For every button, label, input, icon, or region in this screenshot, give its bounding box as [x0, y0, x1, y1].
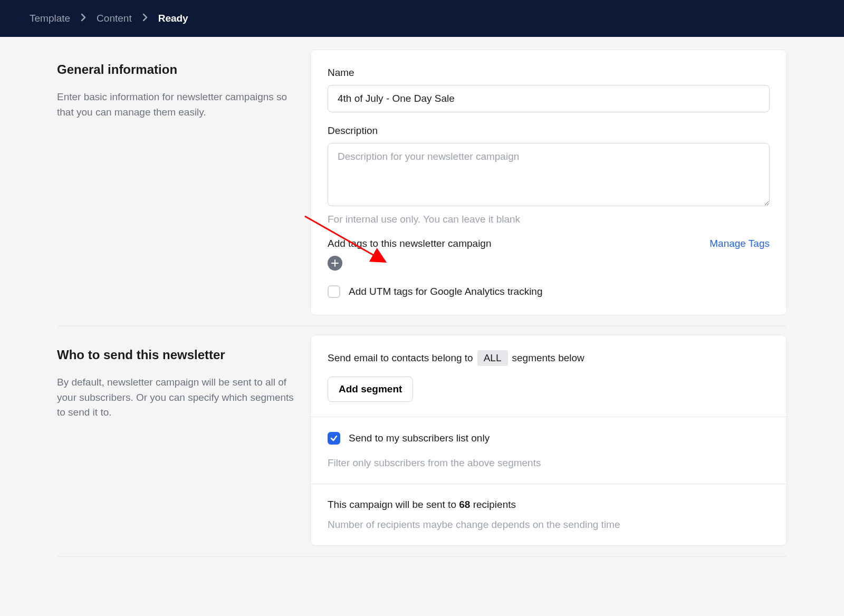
send-prefix-text: Send email to contacts belong to — [328, 352, 473, 364]
check-icon — [330, 435, 338, 442]
description-input[interactable] — [328, 143, 770, 206]
breadcrumb-template[interactable]: Template — [30, 13, 70, 24]
add-segment-button[interactable]: Add segment — [328, 377, 413, 402]
who-send-desc: By default, newsletter campaign will be … — [57, 375, 298, 420]
who-send-section: Who to send this newsletter By default, … — [57, 335, 787, 546]
recipients-text: This campaign will be sent to 68 recipie… — [328, 499, 770, 511]
breadcrumb-content[interactable]: Content — [97, 13, 132, 24]
manage-tags-link[interactable]: Manage Tags — [709, 238, 770, 249]
filter-help: Filter only subscribers from the above s… — [328, 457, 770, 469]
utm-checkbox[interactable] — [328, 285, 340, 298]
segments-match-pill[interactable]: ALL — [477, 350, 508, 366]
recipients-help: Number of recipients maybe change depend… — [328, 519, 770, 531]
utm-label: Add UTM tags for Google Analytics tracki… — [349, 286, 543, 297]
description-help: For internal use only. You can leave it … — [328, 214, 770, 225]
tags-label: Add tags to this newsletter campaign — [328, 238, 492, 249]
subscribers-only-checkbox[interactable] — [328, 432, 340, 445]
description-label: Description — [328, 125, 770, 137]
send-suffix-text: segments below — [512, 352, 584, 364]
general-info-card: Name Description For internal use only. … — [310, 50, 787, 315]
breadcrumb-ready[interactable]: Ready — [158, 13, 188, 24]
chevron-right-icon — [142, 13, 148, 24]
who-send-card: Send email to contacts belong to ALL seg… — [310, 335, 787, 546]
chevron-right-icon — [81, 13, 86, 24]
general-info-title: General information — [57, 62, 298, 77]
section-divider — [57, 556, 787, 557]
subscribers-only-label: Send to my subscribers list only — [349, 432, 490, 444]
general-info-desc: Enter basic information for newsletter c… — [57, 90, 298, 120]
add-tag-button[interactable] — [328, 256, 342, 271]
name-label: Name — [328, 67, 770, 79]
who-send-title: Who to send this newsletter — [57, 348, 298, 362]
general-info-section: General information Enter basic informat… — [57, 50, 787, 315]
top-header: Template Content Ready — [0, 0, 844, 37]
name-input[interactable] — [328, 85, 770, 112]
section-divider — [57, 326, 787, 326]
recipients-count: 68 — [459, 499, 470, 510]
plus-icon — [331, 259, 339, 267]
